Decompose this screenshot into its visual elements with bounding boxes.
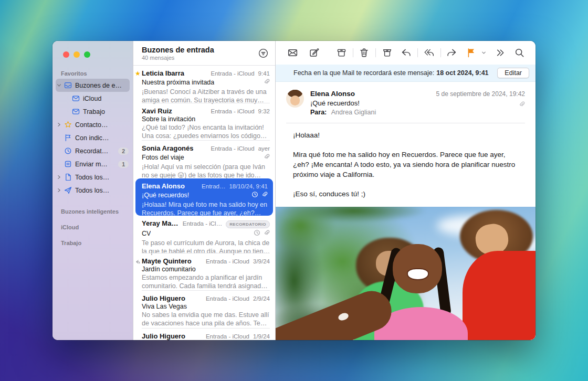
reminder-clock-icon	[254, 229, 260, 238]
body-paragraph: ¡Eso sí, conduces tú! ;)	[293, 189, 522, 199]
replied-arrow-icon	[135, 258, 141, 268]
message-header: Elena Alonso ¡Qué recuerdos! Para: Andre…	[276, 82, 536, 116]
send-later-icon	[62, 160, 73, 168]
unread-count-badge: 1	[118, 161, 129, 168]
paperclip-icon	[263, 153, 270, 162]
chevron-right-icon[interactable]	[56, 175, 62, 179]
reading-pane: Fecha en la que Mail te recordará este m…	[276, 41, 536, 340]
sidebar-section-smart-mailboxes[interactable]: Buzones inteligentes	[52, 205, 133, 217]
message-row-sonia-aragones[interactable]: Sonia Aragonés Entrada - iCloud ayer Fot…	[133, 141, 275, 178]
recordatorio-badge: RECORDATORIO	[226, 220, 270, 228]
window-controls	[52, 47, 133, 67]
reminder-banner-label: Fecha en la que Mail te recordará este m…	[293, 69, 434, 77]
sidebar-section-icloud[interactable]: iCloud	[52, 221, 133, 232]
zoom-window-button[interactable]	[84, 51, 90, 58]
photo-person-right-red-shirt	[463, 251, 536, 340]
message-row-leticia-ibarra[interactable]: ★ Leticia Ibarra Entrada - iCloud 9:41 N…	[133, 66, 275, 103]
chevron-right-icon[interactable]	[56, 188, 62, 193]
sidebar-item-todos-los-borradores[interactable]: Todos los…	[52, 171, 133, 184]
to-label: Para:	[310, 109, 327, 116]
toolbar	[276, 41, 536, 65]
forward-icon[interactable]	[444, 45, 459, 60]
reminder-banner: Fecha en la que Mail te recordará este m…	[276, 65, 536, 82]
message-body: ¡Holaaa! Mira qué foto me ha salido hoy …	[276, 123, 536, 207]
sidebar-item-enviar-mas-tarde[interactable]: Enviar m… 1	[52, 157, 133, 171]
archive-icon[interactable]	[334, 45, 349, 60]
mailbox-envelope-icon	[70, 94, 81, 102]
avatar	[286, 90, 304, 108]
paperclip-icon	[263, 229, 270, 238]
body-paragraph: ¡Holaaa!	[293, 131, 522, 141]
edit-reminder-button[interactable]: Editar	[497, 68, 529, 78]
flag-icon[interactable]	[464, 45, 479, 60]
sidebar-item-con-indicador[interactable]: Con indic…	[52, 131, 133, 144]
sidebar: Favoritos Buzones de e… iCloud Trabajo C…	[52, 41, 133, 340]
body-paragraph: Mira qué foto me ha salido hoy en Recuer…	[293, 150, 522, 180]
sidebar-item-recordatorios[interactable]: Recordat… 2	[52, 144, 133, 157]
sidebar-item-trabajo-inbox[interactable]: Trabajo	[52, 105, 133, 118]
message-count: 40 mensajes	[142, 55, 258, 61]
flag-icon	[62, 134, 73, 142]
paper-plane-icon	[62, 186, 73, 194]
message-subject: ¡Qué recuerdos!	[310, 99, 436, 107]
more-toolbar-items-icon[interactable]	[492, 45, 508, 60]
close-window-button[interactable]	[63, 51, 69, 58]
sidebar-item-contactos-vip[interactable]: Contacto…	[52, 118, 133, 131]
junk-icon[interactable]	[380, 45, 395, 60]
message-list-pane: Buzones de entrada 40 mensajes ★ Leticia…	[133, 41, 276, 340]
photo-person-center-smile	[407, 268, 429, 280]
inbox-tray-icon	[62, 81, 73, 89]
reply-all-icon[interactable]	[422, 45, 437, 60]
sidebar-item-icloud-inbox[interactable]: iCloud	[52, 92, 133, 105]
attachment-photo[interactable]	[276, 207, 536, 340]
trash-icon[interactable]	[356, 45, 372, 60]
minimize-window-button[interactable]	[74, 51, 80, 58]
mail-window: Favoritos Buzones de e… iCloud Trabajo C…	[52, 41, 536, 340]
paperclip-icon	[261, 190, 268, 200]
search-icon[interactable]	[512, 45, 527, 60]
unread-count-badge: 2	[118, 147, 129, 155]
sidebar-item-todos-los-enviados[interactable]: Todos los…	[52, 184, 133, 197]
chevron-down-icon[interactable]	[56, 83, 62, 88]
recipient-name[interactable]: Andrea Gigliani	[331, 109, 376, 116]
message-row-xavi-ruiz[interactable]: Xavi Ruiz Entrada - iCloud 9:32 Sobre la…	[133, 103, 275, 141]
message-list-header: Buzones de entrada 40 mensajes	[133, 41, 275, 66]
message-row-mayte-quintero[interactable]: Mayte Quintero Entrada - iCloud 3/9/24 J…	[133, 253, 275, 291]
message-rows: ★ Leticia Ibarra Entrada - iCloud 9:41 N…	[133, 66, 275, 340]
reminder-banner-datetime: 18 oct 2024, 9:41	[436, 69, 488, 77]
mailbox-envelope-icon	[70, 108, 81, 115]
sidebar-item-buzones-de-entrada[interactable]: Buzones de e…	[56, 79, 130, 92]
message-row-julio-higuero-2[interactable]: Julio Higuero Entrada - iCloud 1/9/24	[133, 329, 275, 341]
message-row-elena-alonso-selected[interactable]: Elena Alonso Entrad… 18/10/24, 9:41 ¡Qué…	[135, 178, 273, 216]
filter-icon[interactable]	[258, 48, 269, 59]
chevron-right-icon[interactable]	[56, 122, 62, 127]
sidebar-section-trabajo[interactable]: Trabajo	[52, 237, 133, 248]
document-icon	[62, 173, 73, 181]
message-row-julio-higuero-1[interactable]: Julio Higuero Entrada - iCloud 2/9/24 Vi…	[133, 291, 275, 329]
flag-menu-chevron-icon[interactable]	[479, 48, 489, 58]
star-icon	[62, 121, 73, 129]
message-view: Elena Alonso ¡Qué recuerdos! Para: Andre…	[276, 82, 536, 340]
message-date: 5 de septiembre de 2024, 19:42	[436, 90, 525, 98]
reminder-clock-icon	[251, 190, 258, 200]
mailbox-title: Buzones de entrada	[142, 46, 258, 54]
sidebar-section-favorites: Favoritos	[52, 67, 133, 79]
compose-icon[interactable]	[307, 45, 322, 60]
star-icon: ★	[135, 70, 141, 77]
get-mail-icon[interactable]	[285, 45, 300, 60]
message-sender: Elena Alonso	[310, 90, 436, 98]
message-row-yeray-martin[interactable]: Yeray Martín Entrada - iCl… RECORDATORIO…	[133, 216, 275, 253]
reply-icon[interactable]	[398, 45, 414, 60]
paperclip-icon	[436, 101, 525, 108]
clock-icon	[62, 147, 73, 155]
paperclip-icon	[263, 78, 270, 87]
